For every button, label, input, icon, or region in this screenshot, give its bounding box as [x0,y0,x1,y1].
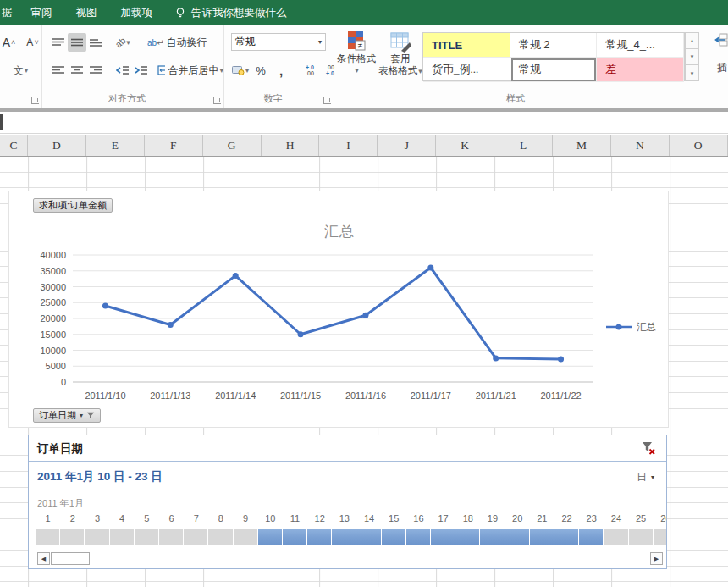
gallery-scroll-up-button[interactable]: ▴ [685,32,699,49]
align-center-button[interactable] [68,61,86,80]
timeline-day-cell-18[interactable] [455,529,479,545]
ribbon-tab[interactable]: 据 [0,0,19,25]
align-bottom-button[interactable] [86,33,105,52]
cell-style-item[interactable]: 差 [597,58,684,82]
merge-center-button[interactable]: 合并后居中 ▾ [157,61,223,80]
column-header-C[interactable]: C [0,135,28,156]
pivot-value-field-button[interactable]: 求和项:订单金额 [33,198,113,213]
pivot-axis-field-button[interactable]: 订单日期 ▾ [33,408,101,423]
cell-style-item[interactable]: TITLE [423,33,510,58]
column-header-H[interactable]: H [262,135,320,156]
clear-filter-icon[interactable] [641,440,656,456]
align-top-button[interactable] [49,33,68,52]
timeline-day-cell-1[interactable] [36,529,59,545]
conditional-formatting-button[interactable]: ≠ 条件格式 ▾ [334,25,378,98]
timeline-day-label: 11 [283,513,307,525]
align-middle-button[interactable] [68,33,86,52]
align-right-button[interactable] [86,61,105,80]
timeline-day-cell-25[interactable] [629,529,653,545]
timeline-day-cell-14[interactable] [356,529,380,545]
cell-style-item[interactable]: 常规 [510,58,598,82]
chart-legend-label: 汇总 [637,322,656,332]
timeline-day-cell-21[interactable] [530,529,554,545]
timeline-scroll-left-button[interactable]: ◀ [37,552,50,565]
align-left-button[interactable] [49,61,68,80]
timeline-day-cell-2[interactable] [60,529,84,545]
cell-style-item[interactable]: 常规_4_... [597,33,684,58]
format-as-table-button[interactable]: 套用 表格格式▾ [378,25,422,98]
lightbulb-icon [174,7,186,19]
timeline-day-cell-23[interactable] [579,529,603,545]
timeline-level-dropdown[interactable]: 日 ▾ [637,470,654,485]
column-header-E[interactable]: E [86,135,145,156]
timeline-day-cell-6[interactable] [159,529,183,545]
timeline-day-cell-13[interactable] [332,529,356,545]
timeline-day-label: 15 [382,513,406,525]
svg-text:2011/1/13: 2011/1/13 [150,390,190,401]
timeline-scroll-thumb[interactable] [51,552,90,565]
timeline-day-cell-12[interactable] [307,529,331,545]
wrap-text-button[interactable]: ab↵ 自动换行 [147,33,207,52]
number-dialog-launcher[interactable] [323,97,331,104]
alignment-dialog-launcher[interactable] [213,97,221,104]
increase-indent-button[interactable] [132,61,151,80]
timeline-day-cell-16[interactable] [406,529,430,545]
phonetic-guide-button[interactable]: 文▾ [12,61,30,80]
orientation-button[interactable]: ab ▾ [113,33,132,52]
timeline-day-cell-24[interactable] [604,529,627,545]
timeline-day-label: 22 [554,513,579,525]
gallery-scroll-down-button[interactable]: ▾ [685,49,699,65]
ribbon: A˄ A˅ 文▾ ab ▾ ab↵ 自动换行 [0,25,728,108]
cell-style-item[interactable]: 常规 2 [510,33,598,58]
timeline-day-cell-3[interactable] [85,529,108,545]
timeline-day-cell-22[interactable] [554,529,578,545]
timeline-day-cell-11[interactable] [283,529,306,545]
column-headers[interactable]: CDEFGHIJKLMNO [0,135,728,157]
timeline-day-cell-7[interactable] [184,529,207,545]
grow-font-button[interactable]: A˄ [0,33,19,52]
column-header-I[interactable]: I [319,135,378,156]
timeline-scroll-right-button[interactable]: ▶ [650,552,663,565]
number-format-dropdown[interactable]: 常规▾ [231,33,326,51]
formula-bar-area[interactable] [0,112,728,134]
column-header-F[interactable]: F [145,135,203,156]
font-dialog-launcher[interactable] [31,97,39,104]
pivot-chart[interactable]: 汇总 0500010000150002000025000300003500040… [8,191,669,428]
decrease-indent-button[interactable] [113,61,132,80]
column-header-D[interactable]: D [28,135,86,156]
gallery-more-button[interactable]: ▾ [685,65,699,81]
insert-button-label[interactable]: 插 [717,61,727,75]
comma-style-button[interactable]: , [272,61,290,80]
column-header-L[interactable]: L [494,135,553,156]
column-header-J[interactable]: J [378,135,436,156]
column-header-N[interactable]: N [611,135,670,156]
timeline-slicer[interactable]: 订单日期 2011 年1月 10 日 - 23 日 日 ▾ 2011 年1月 1… [28,435,667,569]
insert-cells-icon [713,33,728,47]
percent-style-button[interactable]: % [251,61,270,80]
column-header-G[interactable]: G [203,135,262,156]
timeline-day-cell-15[interactable] [382,529,405,545]
timeline-day-cell-20[interactable] [505,529,529,545]
timeline-day-cell-10[interactable] [258,529,282,545]
timeline-day-cell-19[interactable] [480,529,504,545]
accounting-format-button[interactable]: ▾ [231,61,250,80]
increase-decimal-button[interactable]: +.0.00 [301,61,319,80]
timeline-day-label: 13 [332,513,356,525]
ribbon-tab-review[interactable]: 审阅 [19,0,64,25]
column-header-K[interactable]: K [436,135,494,156]
tell-me-box[interactable]: 告诉我你想要做什么 [174,6,287,20]
column-header-O[interactable]: O [670,135,728,156]
timeline-day-cell-9[interactable] [234,529,257,545]
timeline-day-cell-4[interactable] [110,529,134,545]
column-header-M[interactable]: M [553,135,611,156]
timeline-day-cell-5[interactable] [135,529,158,545]
ribbon-tab-addins[interactable]: 加载项 [109,0,165,25]
cell-style-item[interactable]: 货币_例... [423,58,510,82]
shrink-font-button[interactable]: A˅ [24,33,42,52]
timeline-day-label: 3 [85,513,109,525]
timeline-day-cells[interactable] [36,529,667,545]
timeline-day-cell-8[interactable] [208,529,232,545]
timeline-day-cell-17[interactable] [431,529,455,545]
ribbon-tab-view[interactable]: 视图 [64,0,109,25]
timeline-day-cell-26[interactable] [654,529,667,545]
